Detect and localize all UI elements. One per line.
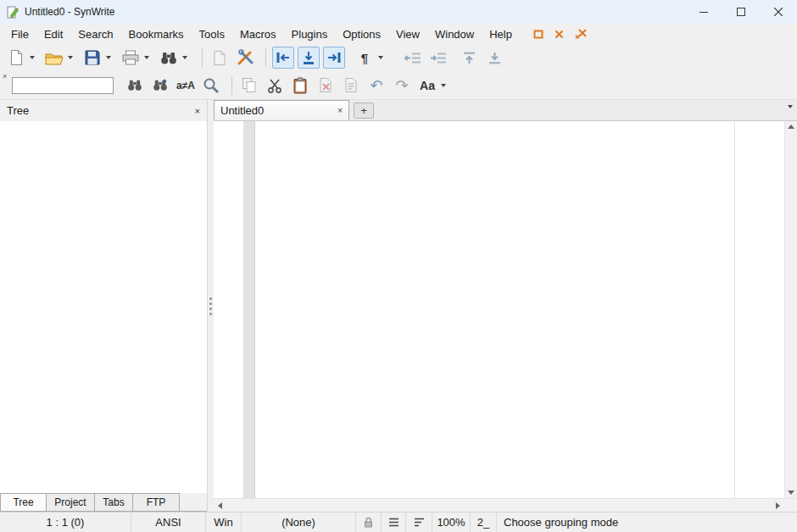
- find-button[interactable]: [158, 47, 180, 69]
- find-prev-button[interactable]: [149, 75, 171, 97]
- window-controls: [685, 0, 797, 24]
- menu-help[interactable]: Help: [482, 25, 520, 43]
- find-dropdown[interactable]: [180, 47, 189, 69]
- status-line-numbers-cell[interactable]: [382, 513, 406, 532]
- binoculars-icon: [160, 51, 177, 65]
- unindent-button[interactable]: [402, 47, 424, 69]
- scroll-up-arrow[interactable]: [788, 125, 794, 129]
- find-next-button[interactable]: [124, 75, 146, 97]
- scroll-down-arrow[interactable]: [788, 490, 794, 495]
- new-tab-button[interactable]: +: [354, 103, 374, 119]
- find-prev-binoculars-icon: [153, 79, 168, 91]
- side-tab-ftp[interactable]: FTP: [132, 493, 180, 512]
- menu-bookmarks[interactable]: Bookmarks: [121, 25, 192, 43]
- status-line-endings-cell[interactable]: Win: [206, 513, 242, 532]
- side-tab-tree[interactable]: Tree: [0, 493, 47, 512]
- paste-button[interactable]: [289, 75, 311, 97]
- editor-surface[interactable]: [214, 121, 797, 498]
- new-snippet-button[interactable]: [209, 47, 231, 69]
- menu-window[interactable]: Window: [427, 25, 482, 43]
- print-dropdown[interactable]: [142, 47, 151, 69]
- toggle-bottom-panel-button[interactable]: [298, 47, 320, 69]
- status-lexer-cell[interactable]: (None): [242, 513, 356, 532]
- select-all-button[interactable]: [340, 75, 362, 97]
- side-panel-header: Tree ×: [0, 100, 207, 121]
- move-lines-down-button[interactable]: [483, 47, 505, 69]
- close-tab-icon[interactable]: [555, 30, 564, 39]
- case-sensitive-button[interactable]: a≠A: [175, 75, 197, 97]
- menu-plugins[interactable]: Plugins: [284, 25, 336, 43]
- nonprint-dropdown[interactable]: [376, 47, 385, 69]
- document-tab-label: Untitled0: [220, 104, 264, 117]
- save-file-button[interactable]: [81, 47, 103, 69]
- panel-splitter[interactable]: [208, 100, 214, 512]
- save-floppy-icon: [85, 50, 100, 65]
- status-tab-mode-cell[interactable]: 2_: [471, 513, 497, 532]
- redo-icon: ↷: [395, 78, 408, 93]
- open-file-button[interactable]: [43, 47, 65, 69]
- zoom-value: 100%: [437, 516, 465, 529]
- close-all-tabs-icon[interactable]: [575, 29, 588, 39]
- tools-config-button[interactable]: [234, 47, 256, 69]
- tree-panel-content[interactable]: [0, 121, 207, 493]
- status-wrap-cell[interactable]: [406, 513, 432, 532]
- open-file-dropdown[interactable]: [65, 47, 75, 69]
- toolbar-separator: [231, 76, 232, 95]
- menu-file[interactable]: File: [3, 25, 36, 43]
- new-file-group: [5, 47, 36, 69]
- document-tab-close-button[interactable]: ×: [337, 106, 343, 115]
- status-message: Choose grouping mode: [504, 516, 618, 529]
- print-button[interactable]: [120, 47, 142, 69]
- scroll-right-arrow[interactable]: [776, 502, 780, 509]
- show-nonprinted-button[interactable]: ¶: [354, 47, 376, 69]
- menu-macros[interactable]: Macros: [232, 25, 284, 43]
- copy-button[interactable]: [238, 75, 260, 97]
- cut-button[interactable]: [264, 75, 286, 97]
- status-zoom-cell[interactable]: 100%: [432, 513, 471, 532]
- new-file-button[interactable]: [5, 47, 27, 69]
- toggle-left-panel-button[interactable]: [272, 47, 294, 69]
- undo-button[interactable]: ↶: [365, 75, 387, 97]
- side-panel-title: Tree: [7, 104, 29, 117]
- tab-mode-value: 2_: [477, 516, 489, 529]
- scroll-left-arrow[interactable]: [218, 502, 222, 509]
- side-tab-project[interactable]: Project: [46, 493, 95, 512]
- find-group: [158, 47, 189, 69]
- move-down-icon: [488, 51, 502, 65]
- search-bar-close-button[interactable]: ×: [3, 72, 7, 80]
- new-file-dropdown[interactable]: [27, 47, 36, 69]
- status-encoding-cell[interactable]: ANSI: [131, 513, 206, 532]
- minimize-button[interactable]: [685, 0, 722, 24]
- toggle-right-panel-button[interactable]: [323, 47, 345, 69]
- font-group: Aa: [416, 75, 448, 97]
- save-file-dropdown[interactable]: [103, 47, 113, 69]
- incremental-search-button[interactable]: [200, 75, 222, 97]
- close-button[interactable]: [760, 0, 797, 24]
- status-readonly-cell[interactable]: [356, 513, 382, 532]
- delete-button[interactable]: [315, 75, 337, 97]
- menu-view[interactable]: View: [388, 25, 427, 43]
- restore-window-icon[interactable]: [533, 30, 543, 39]
- menu-edit[interactable]: Edit: [36, 25, 70, 43]
- maximize-button[interactable]: [722, 0, 760, 24]
- caret-position: 1 : 1 (0): [47, 516, 85, 529]
- font-button[interactable]: Aa: [416, 75, 438, 97]
- menu-options[interactable]: Options: [335, 25, 388, 43]
- window-title: Untitled0 - SynWrite: [25, 6, 114, 18]
- vertical-scrollbar[interactable]: [784, 121, 797, 498]
- horizontal-scrollbar[interactable]: [214, 498, 784, 512]
- move-lines-up-button[interactable]: [458, 47, 480, 69]
- indent-button[interactable]: [427, 47, 449, 69]
- status-caret-cell[interactable]: 1 : 1 (0): [0, 513, 131, 532]
- menu-tools[interactable]: Tools: [192, 25, 232, 43]
- document-tab-active[interactable]: Untitled0 ×: [214, 100, 349, 120]
- side-tab-tabs[interactable]: Tabs: [94, 493, 133, 512]
- side-panel-close-button[interactable]: ×: [195, 106, 200, 116]
- menu-search[interactable]: Search: [70, 25, 120, 43]
- case-sensitive-label: a≠A: [176, 80, 195, 91]
- search-input[interactable]: [12, 77, 114, 94]
- horizontal-scrollbar-row: [214, 498, 797, 512]
- side-tab-tree-label: Tree: [13, 496, 33, 508]
- font-dropdown[interactable]: [438, 75, 448, 97]
- redo-button[interactable]: ↷: [391, 75, 413, 97]
